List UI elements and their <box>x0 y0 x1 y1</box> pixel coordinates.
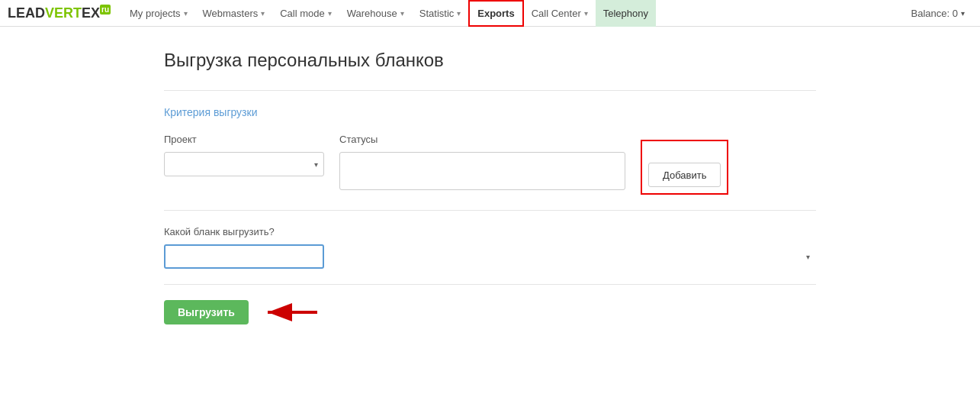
page-title: Выгрузка персональных бланков <box>164 50 816 71</box>
form-row-project-statuses: Проект ▾ Статусы Добавить <box>164 134 816 195</box>
blank-group: Какой бланк выгрузить? ▾ <box>164 226 816 269</box>
blank-label: Какой бланк выгрузить? <box>164 226 816 237</box>
arrow-icon <box>260 301 321 324</box>
project-group: Проект ▾ <box>164 134 324 176</box>
divider-bottom <box>164 284 816 285</box>
nav-item-call-mode[interactable]: Call mode ▾ <box>272 0 339 27</box>
project-label: Проект <box>164 134 324 145</box>
blank-select[interactable] <box>164 244 324 269</box>
submit-button[interactable]: Выгрузить <box>164 300 249 324</box>
main-content: Выгрузка персональных бланков Критерия в… <box>0 27 980 347</box>
chevron-down-icon: ▾ <box>261 9 265 18</box>
balance-label: Balance: 0 <box>911 8 958 19</box>
chevron-down-icon: ▾ <box>328 9 332 18</box>
statuses-group: Статусы <box>339 134 625 190</box>
nav-item-webmasters[interactable]: Webmasters ▾ <box>195 0 273 27</box>
divider-top <box>164 90 816 91</box>
chevron-down-icon: ▾ <box>806 253 810 261</box>
chevron-down-icon: ▾ <box>584 9 588 18</box>
chevron-down-icon: ▾ <box>400 9 404 18</box>
blank-select-wrapper: ▾ <box>164 244 816 269</box>
navbar: LEADVERTEXru My projects ▾ Webmasters ▾ … <box>0 0 980 27</box>
divider-middle <box>164 210 816 211</box>
statuses-label: Статусы <box>339 134 625 145</box>
add-button-wrapper: Добавить <box>641 134 728 195</box>
chevron-down-icon: ▾ <box>457 9 461 18</box>
logo-ru: ru <box>100 5 111 15</box>
nav-item-statistic[interactable]: Statistic ▾ <box>412 0 469 27</box>
add-button[interactable]: Добавить <box>648 163 721 187</box>
nav-item-warehouse[interactable]: Warehouse ▾ <box>339 0 412 27</box>
chevron-down-icon: ▾ <box>184 9 188 18</box>
arrow-annotation <box>260 301 321 324</box>
nav-item-telephony[interactable]: Telephony <box>596 0 656 27</box>
project-select[interactable] <box>164 152 324 176</box>
logo-vert: VERT <box>45 5 82 21</box>
logo[interactable]: LEADVERTEXru <box>8 5 111 21</box>
statuses-input[interactable] <box>339 152 625 190</box>
project-select-wrapper: ▾ <box>164 152 324 176</box>
logo-ex: EX <box>82 5 100 21</box>
section-title: Критерия выгрузки <box>164 106 816 118</box>
balance-button[interactable]: Balance: 0 ▾ <box>904 8 972 19</box>
nav-item-call-center[interactable]: Call Center ▾ <box>524 0 596 27</box>
chevron-down-icon: ▾ <box>961 9 965 18</box>
add-button-highlight: Добавить <box>641 140 728 195</box>
nav-item-my-projects[interactable]: My projects ▾ <box>122 0 194 27</box>
logo-lead: LEAD <box>8 5 45 21</box>
submit-section: Выгрузить <box>164 300 816 324</box>
nav-item-exports[interactable]: Exports <box>468 0 523 27</box>
